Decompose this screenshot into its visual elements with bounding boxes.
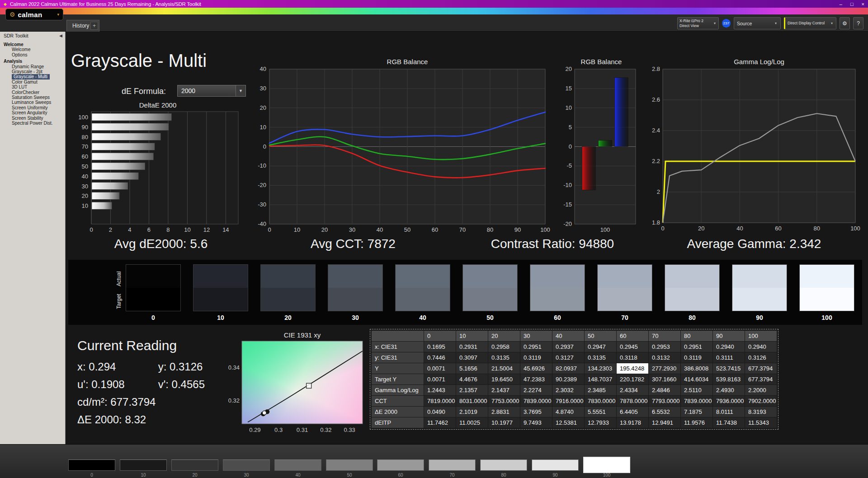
title-bar: ◆ Calman 2022 Calman Ultimate for Busine… <box>0 0 868 8</box>
reading-y: y: 0.3126 <box>158 361 203 373</box>
table-cell: 12.5381 <box>552 417 585 428</box>
table-cell: 4.8740 <box>552 407 585 417</box>
target-patch <box>193 288 248 311</box>
table-cell: 11.9576 <box>681 417 713 428</box>
stimulus-patch-10[interactable] <box>120 459 167 471</box>
grayscale-swatch-70 <box>597 264 652 311</box>
axis-tick-label: -5 <box>566 162 572 169</box>
measurement-table: 0102030405060708090100x: CIE310.16950.29… <box>371 330 777 428</box>
sidebar-section-analysis[interactable]: Analysis <box>4 59 64 64</box>
sidebar-item-grayscale-multi[interactable]: Grayscale - Multi <box>12 74 50 79</box>
maximize-button[interactable]: □ <box>850 1 854 7</box>
sidebar-tree: WelcomeWelcomeOptionsAnalysisDynamic Ran… <box>0 39 65 126</box>
axis-tick-label: 0.32 <box>228 397 240 404</box>
table-cell: 11.7438 <box>713 417 745 428</box>
axis-tick-label: 30 <box>82 183 88 190</box>
table-row-label-target-y: Target Y <box>372 374 424 385</box>
table-cell: 4.4676 <box>456 374 488 385</box>
axis-tick-label: 0.32 <box>320 426 331 433</box>
sidebar-section-welcome[interactable]: Welcome <box>4 42 64 47</box>
table-cell: 11.7462 <box>424 417 456 428</box>
sidebar-item-options[interactable]: Options <box>4 52 64 57</box>
axis-tick-label: 0 <box>263 143 266 150</box>
axis-tick-label: 2 <box>109 226 112 233</box>
help-button[interactable]: ? <box>853 17 863 29</box>
reading-x: x: 0.294 <box>77 361 155 373</box>
axis-tick-label: 50 <box>82 163 88 170</box>
sidebar-item-welcome[interactable]: Welcome <box>4 47 64 52</box>
sidebar-item-screen-uniformity[interactable]: Screen Uniformity <box>4 105 64 110</box>
stimulus-patch-90[interactable] <box>532 459 579 471</box>
swatch-level-label: 60 <box>530 314 585 321</box>
grayscale-swatch-80 <box>665 264 720 311</box>
calman-app-window: ◆ Calman 2022 Calman Ultimate for Busine… <box>0 0 868 478</box>
sidebar-item-spectral-power-dist[interactable]: Spectral Power Dist. <box>4 121 64 126</box>
calman-logo-menu[interactable]: ⚙ calman ▾ <box>5 9 63 20</box>
sidebar-item-saturation-sweeps[interactable]: Saturation Sweeps <box>4 95 64 100</box>
meter-selector-button[interactable]: X-Rite i1Pro 2 Direct View ▾ <box>677 17 719 29</box>
axis-tick-label: 80 <box>487 226 493 233</box>
sidebar-item-screen-angularity[interactable]: Screen Angularity <box>4 110 64 115</box>
display-control-button[interactable]: Direct Display Control ▾ <box>784 17 836 29</box>
stimulus-patch-70[interactable] <box>429 459 476 471</box>
table-cell: 7902.0000 <box>745 396 777 407</box>
actual-patch <box>665 265 719 288</box>
sidebar-item-luminance-sweeps[interactable]: Luminance Sweeps <box>4 100 64 105</box>
table-cell: 1.2443 <box>424 385 456 396</box>
sidebar-item-grayscale-2pt[interactable]: Grayscale - 2pt <box>4 69 64 74</box>
grayscale-swatch-10 <box>193 264 248 311</box>
minimize-button[interactable]: – <box>840 1 842 7</box>
table-cell: 11.5343 <box>745 417 777 428</box>
axis-tick-label: 30 <box>349 226 355 233</box>
table-cell: 8.0111 <box>713 407 745 417</box>
sidebar-item-dynamic-range[interactable]: Dynamic Range <box>4 64 64 69</box>
swatch-level-label: 40 <box>395 314 450 321</box>
sidebar-item-colorchecker[interactable]: ColorChecker <box>4 90 64 95</box>
settings-button[interactable]: ⚙ <box>840 17 850 29</box>
table-cell: 2.8831 <box>488 407 520 417</box>
axis-tick-label: 50 <box>404 226 410 233</box>
table-column-header: 70 <box>649 331 681 342</box>
chart-title: Gamma Log/Log <box>734 58 784 66</box>
de-formula-select[interactable]: 2000 ▼ <box>177 85 246 97</box>
table-cell: 90.2389 <box>552 374 585 385</box>
table-cell: 0.0071 <box>424 374 456 385</box>
red-balance-bar <box>582 147 596 190</box>
help-icon: ? <box>857 20 860 27</box>
stimulus-patch-0[interactable] <box>68 459 115 471</box>
gear-icon: ⚙ <box>9 11 15 18</box>
table-cell: 0.3127 <box>552 352 585 363</box>
stimulus-patch-80[interactable] <box>480 459 527 471</box>
axis-tick-label: -20 <box>563 220 572 227</box>
target-patch <box>396 288 450 311</box>
axis-tick-label: 90 <box>82 124 88 131</box>
table-cell: 2.1019 <box>456 407 488 417</box>
table-cell: 0.3097 <box>456 352 488 363</box>
stimulus-patch-40[interactable] <box>274 459 321 471</box>
stimulus-patch-20[interactable] <box>171 459 218 471</box>
rgb-balance-bars-svg: 20151050-5-10-15-20100RGB Balance <box>556 58 649 236</box>
stimulus-patch-100[interactable] <box>583 457 630 473</box>
table-cell: 21.5004 <box>488 363 520 374</box>
table-cell: 0.2953 <box>649 342 681 352</box>
sidebar-collapse-button[interactable]: ◀ <box>59 33 62 38</box>
sidebar-item-screen-stability[interactable]: Screen Stability <box>4 116 64 121</box>
axis-tick-label: 12 <box>203 226 210 233</box>
target-patch <box>463 288 517 311</box>
table-row-label-y-cie31: y: CIE31 <box>372 352 424 363</box>
sidebar-item-3d-lut[interactable]: 3D LUT <box>4 84 64 89</box>
stimulus-patch-50[interactable] <box>326 459 373 471</box>
source-selector-button[interactable]: Source ▾ <box>734 17 781 29</box>
new-tab-button[interactable]: + <box>90 22 98 30</box>
rgb-balance-line-chart: 403020100-10-20-30-400102030405060708090… <box>253 58 552 236</box>
axis-tick-label: -15 <box>563 201 572 208</box>
chevron-down-icon: ▾ <box>830 21 834 25</box>
axis-tick-label: 40 <box>377 226 383 233</box>
axis-tick-label: 4 <box>128 226 131 233</box>
axis-tick-label: 6 <box>147 226 151 233</box>
sidebar-item-color-gamut[interactable]: Color Gamut <box>4 80 64 84</box>
close-button[interactable]: × <box>862 1 864 7</box>
stimulus-patch-30[interactable] <box>223 459 270 471</box>
table-cell: 0.3135 <box>585 352 617 363</box>
stimulus-patch-60[interactable] <box>377 459 424 471</box>
